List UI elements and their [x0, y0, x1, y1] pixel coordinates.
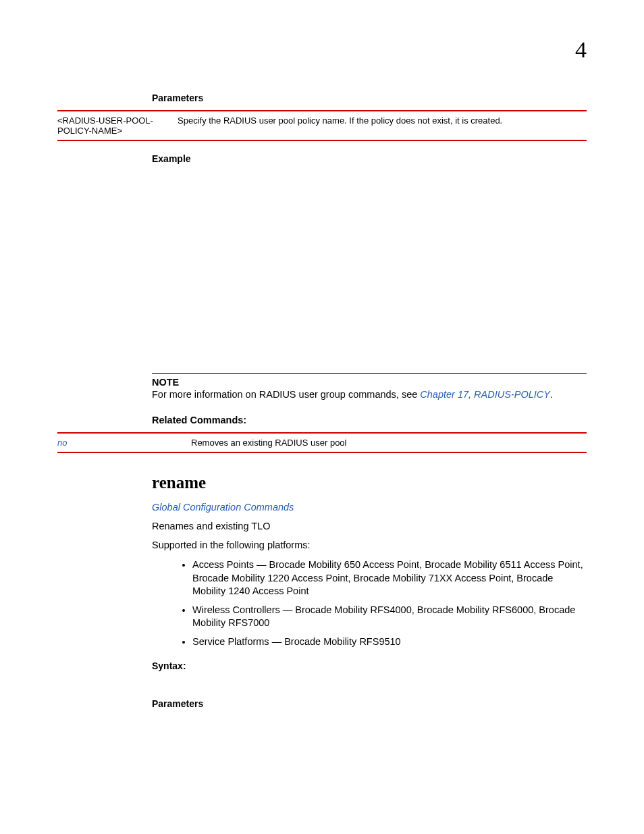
note-text-before: For more information on RADIUS user grou…: [152, 389, 420, 400]
command-description: Renames and existing TLO: [152, 521, 587, 531]
note-text-after: .: [550, 389, 553, 400]
param-desc: Specify the RADIUS user pool policy name…: [172, 115, 587, 136]
note-label: NOTE: [152, 377, 587, 388]
parameters-heading-2: Parameters: [152, 698, 587, 709]
table-row: <RADIUS-USER-POOL-POLICY-NAME> Specify t…: [57, 111, 587, 140]
list-item: Access Points — Brocade Mobility 650 Acc…: [192, 558, 587, 598]
param-key: <RADIUS-USER-POOL-POLICY-NAME>: [57, 115, 172, 136]
note-link[interactable]: Chapter 17, RADIUS-POLICY: [420, 389, 550, 400]
related-commands-heading: Related Commands:: [152, 415, 587, 425]
syntax-heading: Syntax:: [152, 660, 587, 671]
platform-list: Access Points — Brocade Mobility 650 Acc…: [152, 558, 587, 648]
parameters-heading: Parameters: [152, 93, 587, 103]
list-item: Wireless Controllers — Brocade Mobility …: [192, 604, 587, 630]
list-item: Service Platforms — Brocade Mobility RFS…: [192, 635, 587, 649]
supported-platforms-heading: Supported in the following platforms:: [152, 540, 587, 550]
command-title: rename: [152, 473, 587, 492]
table-row: no Removes an existing RADIUS user pool: [57, 434, 587, 452]
related-key[interactable]: no: [57, 438, 186, 448]
example-heading: Example: [152, 153, 587, 164]
related-desc: Removes an existing RADIUS user pool: [186, 438, 587, 448]
command-subtitle-link[interactable]: Global Configuration Commands: [152, 502, 587, 513]
related-commands-table: no Removes an existing RADIUS user pool: [57, 432, 587, 453]
chapter-number: 4: [575, 37, 587, 63]
parameters-table: <RADIUS-USER-POOL-POLICY-NAME> Specify t…: [57, 110, 587, 141]
note-body: For more information on RADIUS user grou…: [152, 389, 587, 400]
